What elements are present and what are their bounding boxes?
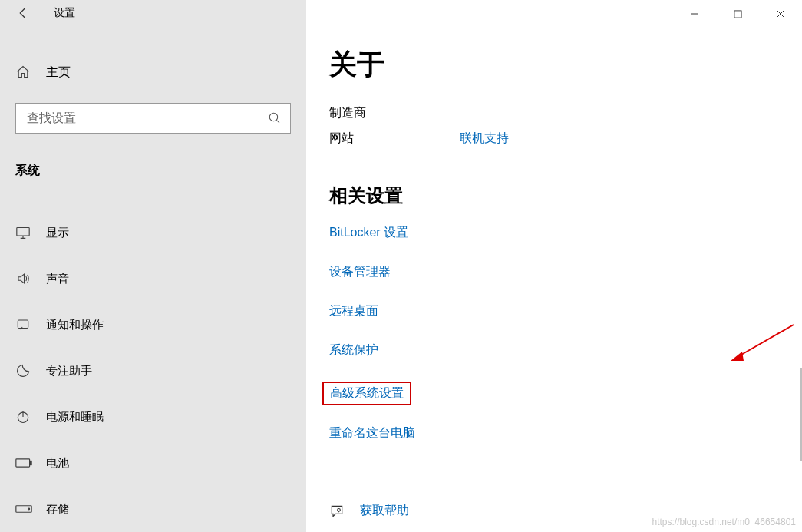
minimize-icon — [690, 9, 699, 18]
minimize-button[interactable] — [673, 0, 716, 28]
search-wrap — [15, 103, 291, 134]
svg-rect-8 — [734, 10, 741, 17]
sidebar-item-focus-assist[interactable]: 专注助手 — [15, 348, 291, 394]
info-row-manufacturer: 制造商 — [329, 105, 779, 121]
sidebar-category-title: 系统 — [15, 163, 291, 179]
maximize-button[interactable] — [716, 0, 759, 28]
sidebar-item-battery[interactable]: 电池 — [15, 440, 291, 486]
link-bitlocker[interactable]: BitLocker 设置 — [329, 225, 408, 241]
svg-rect-5 — [30, 461, 31, 464]
power-icon — [15, 409, 35, 425]
related-settings-title: 相关设置 — [329, 183, 779, 208]
sidebar-item-label: 专注助手 — [46, 364, 92, 378]
sidebar-item-power[interactable]: 电源和睡眠 — [15, 394, 291, 440]
sidebar-home[interactable]: 主页 — [15, 49, 291, 95]
get-help-label: 获取帮助 — [360, 503, 409, 519]
sidebar: 设置 主页 系统 显示 — [0, 0, 306, 532]
sidebar-item-storage[interactable]: 存储 — [15, 486, 291, 532]
link-device-manager[interactable]: 设备管理器 — [329, 264, 391, 280]
svg-rect-4 — [16, 459, 30, 467]
website-link[interactable]: 联机支持 — [460, 131, 509, 147]
titlebar: 设置 — [0, 0, 306, 26]
watermark: https://blog.csdn.net/m0_46654801 — [652, 517, 796, 527]
main-content: 关于 制造商 网站 联机支持 相关设置 BitLocker 设置 设备管理器 远… — [306, 0, 802, 532]
search-input[interactable] — [15, 103, 291, 134]
svg-point-0 — [269, 113, 278, 121]
close-button[interactable] — [759, 0, 802, 28]
sidebar-item-label: 显示 — [46, 226, 69, 240]
focus-assist-icon — [15, 363, 35, 378]
sidebar-nav-list: 显示 声音 通知和操作 — [15, 210, 291, 532]
notifications-icon — [15, 318, 35, 332]
sidebar-item-label: 电池 — [46, 456, 69, 471]
sidebar-item-display[interactable]: 显示 — [15, 210, 291, 256]
sidebar-item-sound[interactable]: 声音 — [15, 256, 291, 302]
maximize-icon — [734, 10, 742, 18]
back-button[interactable] — [15, 5, 31, 21]
close-icon — [776, 9, 785, 18]
manufacturer-label: 制造商 — [329, 105, 460, 121]
svg-point-7 — [28, 508, 30, 510]
link-rename-pc[interactable]: 重命名这台电脑 — [329, 425, 415, 441]
svg-rect-1 — [17, 227, 29, 236]
link-system-protection[interactable]: 系统保护 — [329, 342, 378, 359]
battery-icon — [15, 458, 35, 468]
website-label: 网站 — [329, 131, 460, 147]
sidebar-item-label: 通知和操作 — [46, 318, 104, 332]
storage-icon — [15, 504, 35, 514]
home-icon — [15, 64, 35, 80]
sidebar-home-label: 主页 — [46, 64, 71, 81]
svg-point-9 — [338, 508, 341, 511]
arrow-left-icon — [16, 6, 30, 20]
sidebar-item-label: 电源和睡眠 — [46, 410, 104, 425]
svg-rect-2 — [18, 320, 28, 329]
page-title: 关于 — [329, 46, 779, 84]
display-icon — [15, 226, 35, 240]
sidebar-item-label: 声音 — [46, 272, 69, 286]
help-icon — [329, 504, 352, 519]
link-advanced-system-settings[interactable]: 高级系统设置 — [322, 382, 411, 405]
search-icon — [268, 111, 282, 125]
window-controls — [673, 0, 802, 28]
link-remote-desktop[interactable]: 远程桌面 — [329, 303, 378, 319]
info-row-website: 网站 联机支持 — [329, 131, 779, 147]
sidebar-item-notifications[interactable]: 通知和操作 — [15, 302, 291, 348]
sidebar-item-label: 存储 — [46, 502, 69, 517]
titlebar-title: 设置 — [54, 6, 75, 20]
sound-icon — [15, 272, 35, 286]
related-links-list: BitLocker 设置 设备管理器 远程桌面 系统保护 高级系统设置 重命名这… — [329, 225, 779, 464]
